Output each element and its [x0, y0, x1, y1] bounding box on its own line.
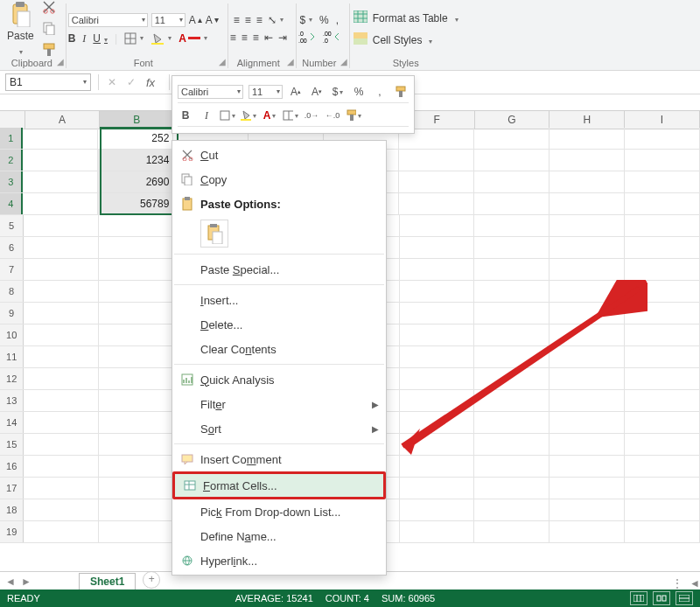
- cell-A8[interactable]: [24, 281, 99, 302]
- row-header-10[interactable]: 10: [0, 324, 24, 345]
- ctx-paste-default[interactable]: [172, 216, 386, 251]
- ctx-quick-analysis[interactable]: Quick Analysis: [172, 367, 386, 392]
- decrease-decimal-icon[interactable]: ←.0: [325, 108, 340, 122]
- cell-A5[interactable]: [24, 215, 99, 236]
- cell-F11[interactable]: [400, 346, 475, 367]
- select-all-button[interactable]: [0, 111, 25, 129]
- cell-H13[interactable]: [550, 390, 625, 411]
- cell-I15[interactable]: [625, 434, 700, 455]
- cell-H9[interactable]: [550, 303, 625, 324]
- ctx-cut[interactable]: Cut: [172, 143, 386, 167]
- cell-A2[interactable]: [23, 150, 98, 171]
- mini-comma-button[interactable]: ,: [372, 85, 388, 99]
- cell-G15[interactable]: [474, 434, 550, 455]
- cell-H5[interactable]: [550, 215, 625, 236]
- cell-A15[interactable]: [24, 434, 99, 455]
- cell-I19[interactable]: [625, 521, 700, 542]
- cell-B14[interactable]: [99, 412, 174, 433]
- font-color-button[interactable]: A: [178, 33, 207, 44]
- row-header-9[interactable]: 9: [0, 303, 24, 324]
- cell-F6[interactable]: [400, 237, 475, 258]
- cell-I13[interactable]: [625, 390, 700, 411]
- row-header-1[interactable]: 1: [0, 128, 23, 149]
- view-page-layout-icon[interactable]: [653, 591, 670, 605]
- column-header-B[interactable]: B: [100, 111, 174, 129]
- cell-B17[interactable]: [99, 478, 174, 499]
- ctx-filter[interactable]: Filter▶: [172, 392, 386, 416]
- cell-A1[interactable]: [23, 128, 98, 149]
- comma-button[interactable]: ,: [336, 15, 339, 25]
- row-header-13[interactable]: 13: [0, 390, 24, 411]
- column-header-G[interactable]: G: [475, 111, 550, 129]
- cell-I4[interactable]: [625, 193, 700, 214]
- cell-I16[interactable]: [625, 456, 700, 477]
- align-top-icon[interactable]: ≡: [234, 14, 240, 26]
- cell-H15[interactable]: [550, 434, 625, 455]
- cell-H6[interactable]: [550, 237, 625, 258]
- row-header-16[interactable]: 16: [0, 456, 24, 477]
- cell-A14[interactable]: [24, 412, 99, 433]
- cell-G1[interactable]: [474, 128, 550, 149]
- view-normal-icon[interactable]: [630, 591, 648, 605]
- cell-H18[interactable]: [550, 499, 625, 520]
- cell-A4[interactable]: [23, 193, 98, 214]
- tab-split-icon[interactable]: ⋮: [672, 577, 682, 590]
- cell-G6[interactable]: [474, 237, 550, 258]
- align-middle-icon[interactable]: ≡: [245, 14, 251, 26]
- mini-merge-button[interactable]: [283, 108, 298, 122]
- align-center-icon[interactable]: ≡: [242, 31, 248, 44]
- increase-decimal-icon[interactable]: .0→: [304, 108, 319, 122]
- percent-button[interactable]: %: [319, 15, 329, 25]
- row-header-12[interactable]: 12: [0, 368, 24, 389]
- cell-I14[interactable]: [625, 412, 700, 433]
- ctx-format-cells[interactable]: Format Cells...: [172, 471, 386, 499]
- row-header-18[interactable]: 18: [0, 499, 24, 520]
- cell-F3[interactable]: [399, 171, 474, 192]
- cell-H8[interactable]: [550, 281, 625, 302]
- cell-G5[interactable]: [474, 215, 550, 236]
- increase-decimal-button[interactable]: .0.00: [298, 31, 316, 43]
- cell-A3[interactable]: [23, 171, 98, 192]
- cell-B10[interactable]: [99, 324, 174, 345]
- view-page-break-icon[interactable]: [676, 591, 693, 605]
- cell-G7[interactable]: [474, 259, 550, 280]
- cell-B8[interactable]: [99, 281, 174, 302]
- cell-G9[interactable]: [474, 303, 550, 324]
- cell-G4[interactable]: [474, 193, 550, 214]
- cell-B7[interactable]: [99, 259, 174, 280]
- row-header-19[interactable]: 19: [0, 521, 24, 542]
- cell-B12[interactable]: [99, 368, 174, 389]
- cell-F16[interactable]: [400, 456, 475, 477]
- cell-H16[interactable]: [550, 456, 625, 477]
- row-header-6[interactable]: 6: [0, 237, 24, 258]
- ctx-insert-comment[interactable]: Insert Comment: [172, 447, 386, 471]
- cell-A10[interactable]: [24, 324, 99, 345]
- mini-font-name-combo[interactable]: Calibri▾: [178, 85, 243, 99]
- dialog-launcher-icon[interactable]: ◢: [287, 57, 294, 66]
- cell-I18[interactable]: [625, 499, 700, 520]
- column-header-A[interactable]: A: [25, 111, 101, 129]
- cell-G19[interactable]: [474, 521, 550, 542]
- cell-B15[interactable]: [99, 434, 174, 455]
- cell-F12[interactable]: [400, 368, 475, 389]
- cell-I3[interactable]: [625, 171, 700, 192]
- cell-A6[interactable]: [24, 237, 99, 258]
- decrease-indent-icon[interactable]: ⇤: [264, 31, 273, 44]
- cell-G17[interactable]: [474, 478, 550, 499]
- row-header-15[interactable]: 15: [0, 434, 24, 455]
- cell-G13[interactable]: [474, 390, 550, 411]
- ctx-sort[interactable]: Sort▶: [172, 416, 386, 441]
- cell-H3[interactable]: [550, 171, 625, 192]
- format-as-table-button[interactable]: Format as Table: [352, 9, 460, 27]
- ctx-define-name[interactable]: Define Name...: [172, 524, 386, 548]
- cell-B1[interactable]: 252: [98, 128, 173, 149]
- insert-function-icon[interactable]: fx: [141, 76, 165, 88]
- align-right-icon[interactable]: ≡: [253, 31, 259, 44]
- cell-styles-button[interactable]: Cell Styles: [352, 31, 435, 49]
- cell-F13[interactable]: [400, 390, 475, 411]
- row-header-17[interactable]: 17: [0, 478, 24, 499]
- cell-F14[interactable]: [400, 412, 475, 433]
- cell-A17[interactable]: [24, 478, 99, 499]
- cell-F15[interactable]: [400, 434, 475, 455]
- row-header-7[interactable]: 7: [0, 259, 24, 280]
